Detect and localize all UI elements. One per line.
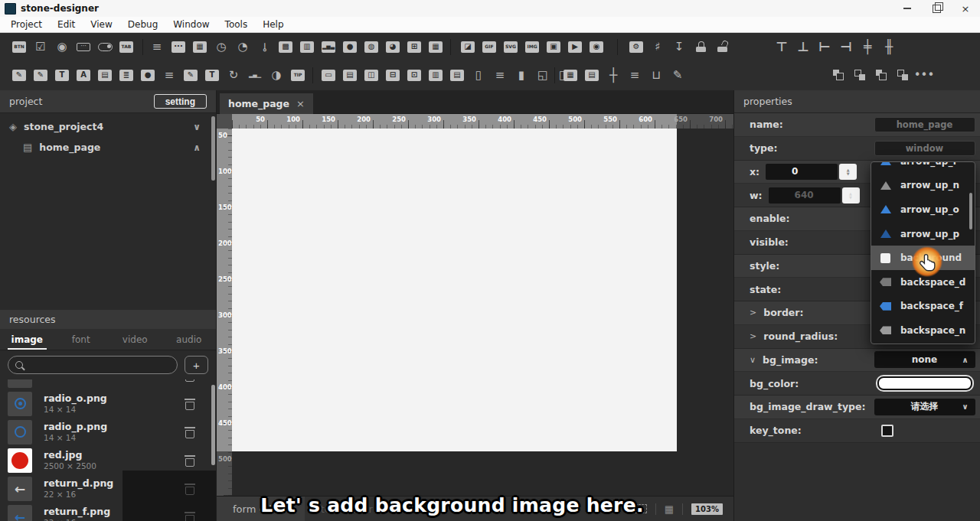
resource-config-button[interactable]: ⚙ bbox=[626, 37, 646, 57]
menu-project[interactable]: Project bbox=[3, 18, 50, 31]
screen-in-widget-button[interactable]: ◱ bbox=[533, 65, 553, 85]
chevron-icon[interactable]: ∧ bbox=[193, 142, 201, 153]
calendar-widget-button[interactable]: ▦ bbox=[190, 37, 210, 57]
property-checkbox[interactable] bbox=[881, 425, 893, 437]
dropdown-item-arrow_up_n[interactable]: arrow_up_n bbox=[871, 174, 975, 198]
panel-top-widget-button[interactable]: ⊡ bbox=[404, 65, 424, 85]
svg-image-widget-button[interactable]: SVG bbox=[501, 37, 521, 57]
minimize-button[interactable] bbox=[893, 0, 922, 17]
menu-window[interactable]: Window bbox=[165, 18, 217, 31]
video-widget-button[interactable]: ▶ bbox=[565, 37, 585, 57]
columns-widget-button[interactable]: ▥ bbox=[426, 65, 446, 85]
image-widget-button[interactable]: ◪ bbox=[458, 37, 478, 57]
menu-debug[interactable]: Debug bbox=[120, 18, 165, 31]
gif-image-widget-button[interactable]: GIF bbox=[479, 37, 499, 57]
line-edit-widget-button[interactable]: ··· bbox=[74, 37, 93, 57]
note-edit-widget-button[interactable]: ✎ bbox=[181, 65, 201, 85]
pie-chart-widget-button[interactable]: ◕ bbox=[383, 37, 403, 57]
small-list-widget-button[interactable]: ≡ bbox=[490, 65, 510, 85]
image-item-radio_p.png[interactable]: radio_p.png14 × 14 bbox=[0, 418, 211, 446]
dropdown-item-arrow_up_o[interactable]: arrow_up_o bbox=[871, 197, 975, 222]
tree-item-stone_project4[interactable]: ◈stone_project4∨ bbox=[0, 116, 210, 137]
checkbox-widget-button[interactable]: ☑ bbox=[31, 37, 51, 57]
menu-view[interactable]: View bbox=[83, 18, 119, 31]
text-area-widget-button[interactable]: A bbox=[74, 65, 93, 85]
resource-tab-video[interactable]: video bbox=[108, 329, 162, 350]
circle-image-widget-button[interactable]: ● bbox=[340, 37, 360, 57]
image-stack-widget-button[interactable]: ▣ bbox=[544, 37, 564, 57]
download-button[interactable]: ↧ bbox=[669, 37, 689, 57]
row-list-widget-button[interactable]: ▤ bbox=[447, 65, 467, 85]
vscrollbar-widget-button[interactable]: ▯ bbox=[469, 65, 488, 85]
mini-chart-widget-button[interactable]: ▂▄▁ bbox=[245, 65, 265, 85]
barcode-widget-button[interactable]: ▥ bbox=[297, 37, 317, 57]
send-backward-button-button[interactable] bbox=[850, 65, 870, 85]
property-value-input[interactable]: 0 bbox=[766, 164, 838, 180]
align-right-button-button[interactable]: ⊣ bbox=[836, 37, 856, 57]
search-box[interactable] bbox=[8, 356, 178, 374]
contrast-widget-button[interactable]: ◑ bbox=[266, 65, 286, 85]
ellipse-widget-button[interactable]: ● bbox=[138, 65, 158, 85]
cd-image-widget-button[interactable]: ◉ bbox=[586, 37, 606, 57]
toggle-widget-button[interactable] bbox=[95, 37, 115, 57]
clock-widget-button[interactable]: ◷ bbox=[211, 37, 231, 57]
expander-icon[interactable]: > bbox=[750, 308, 756, 317]
dropdown-item-arrow_up_p[interactable]: arrow_up_p bbox=[871, 222, 975, 246]
bring-forward-button-button[interactable] bbox=[828, 65, 848, 85]
setting-button[interactable]: setting bbox=[154, 94, 207, 109]
thermometer-widget-button[interactable]: ⊸ bbox=[254, 37, 274, 57]
grid-widget-button[interactable]: ▦ bbox=[426, 37, 446, 57]
qr-code-widget-button[interactable]: ▩ bbox=[276, 37, 296, 57]
dropdown-item-arrow_up_f[interactable]: arrow_up_f bbox=[871, 161, 975, 174]
move-widget-button[interactable]: ┼ bbox=[603, 65, 623, 85]
menu-tools[interactable]: Tools bbox=[217, 18, 256, 31]
expander-icon[interactable]: ∨ bbox=[750, 355, 756, 365]
restore-button[interactable] bbox=[922, 0, 951, 17]
align-center-v-button-button[interactable]: ╫ bbox=[879, 37, 899, 57]
vscrollbar2-widget-button[interactable]: ▮ bbox=[511, 65, 531, 85]
delete-image-button[interactable] bbox=[184, 426, 196, 438]
vertical-sliders-button[interactable]: ♯ bbox=[648, 37, 668, 57]
title-text-widget-button[interactable]: T bbox=[202, 65, 222, 85]
panel-bottom-widget-button[interactable]: ⊟ bbox=[383, 65, 403, 85]
stepper-widget-button[interactable]: ··· bbox=[168, 37, 188, 57]
image-blue-widget-button[interactable]: IMG bbox=[522, 37, 542, 57]
unlock-button[interactable] bbox=[712, 37, 732, 57]
close-button[interactable]: × bbox=[951, 0, 980, 17]
crop-widget-button[interactable]: ⊔ bbox=[646, 65, 666, 85]
menu-list-widget-button[interactable]: ≡ bbox=[625, 65, 645, 85]
grid-table-widget-button[interactable]: ▦ bbox=[560, 65, 580, 85]
bring-front-button-button[interactable] bbox=[871, 65, 891, 85]
image-item-partial[interactable]: 14 × 14 bbox=[0, 379, 211, 389]
tab-widget-button[interactable]: TAB bbox=[116, 37, 136, 57]
menu-edit[interactable]: Edit bbox=[50, 18, 83, 31]
table-widget-button[interactable]: ⊞ bbox=[404, 37, 424, 57]
property-select[interactable]: none∧ bbox=[874, 351, 975, 368]
property-value-input[interactable]: home_page bbox=[874, 117, 975, 132]
tree-item-home_page[interactable]: ▤home_page∧ bbox=[0, 137, 210, 158]
bullet-list-widget-button[interactable]: ≡ bbox=[159, 65, 179, 85]
tab-close-icon[interactable]: × bbox=[296, 98, 305, 109]
design-canvas[interactable] bbox=[232, 129, 677, 451]
resource-search-input[interactable] bbox=[28, 359, 170, 371]
dropdown-item-backspace_f[interactable]: backspace_f bbox=[871, 295, 975, 319]
image-list-scrollbar[interactable] bbox=[211, 385, 215, 465]
align-left-button-button[interactable]: ⊢ bbox=[815, 37, 835, 57]
delete-image-button[interactable] bbox=[184, 379, 196, 382]
spinner-buttons[interactable]: ▲▼ bbox=[842, 187, 860, 204]
button-widget-button[interactable]: BTN bbox=[9, 37, 29, 57]
more-button-button[interactable]: ••• bbox=[914, 65, 934, 85]
image-item-radio_o.png[interactable]: radio_o.png14 × 14 bbox=[0, 389, 211, 418]
rich-edit-widget-button[interactable]: ✎ bbox=[31, 65, 51, 85]
form-widget-button[interactable]: ▤ bbox=[95, 65, 115, 85]
split-view-widget-button[interactable]: ◫ bbox=[361, 65, 381, 85]
color-swatch[interactable] bbox=[877, 376, 972, 390]
align-top-button-button[interactable]: ⊤ bbox=[772, 37, 792, 57]
spinner-buttons[interactable]: ▲▼ bbox=[839, 164, 857, 180]
tab-home-page[interactable]: home_page × bbox=[220, 93, 313, 114]
resource-tab-font[interactable]: font bbox=[54, 329, 109, 350]
clipboard-list-widget-button[interactable]: ▤ bbox=[582, 65, 602, 85]
format-brush-widget-button[interactable]: ✎ bbox=[668, 65, 688, 85]
sliders-widget-button[interactable]: ≡ bbox=[147, 37, 167, 57]
delete-image-button[interactable] bbox=[184, 454, 196, 467]
